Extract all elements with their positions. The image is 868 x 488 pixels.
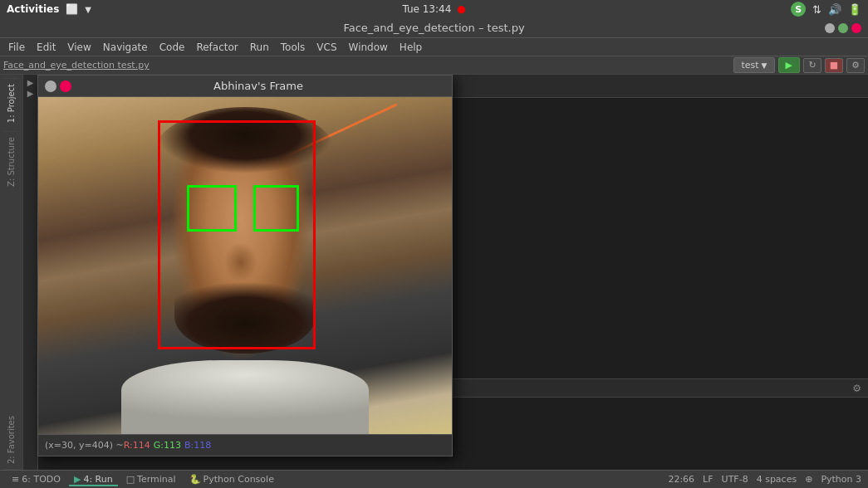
menu-view[interactable]: View — [62, 40, 96, 55]
terminal-label: Terminal — [137, 474, 176, 485]
activities-label[interactable]: Activities — [7, 3, 59, 15]
system-bar: Activities ⬜ ▼ Tue 13:44 ● S ⇅ 🔊 🔋 — [0, 0, 868, 18]
menu-window[interactable]: Window — [344, 40, 393, 55]
project-tree-strip: ▶ ▶ — [23, 75, 38, 470]
breadcrumb-toolbar: Face_and_eye_detection test.py test ▼ ▶ … — [0, 56, 868, 75]
run-tab-icon: ▶ — [74, 474, 81, 485]
time-label: Tue 13:44 — [402, 3, 451, 15]
menu-bar: File Edit View Navigate Code Refactor Ru… — [0, 38, 868, 56]
run-toolbar: test ▼ ▶ ↻ ■ ⚙ — [733, 57, 865, 73]
frame-content — [38, 97, 452, 434]
g-value: 113 — [164, 440, 181, 451]
python-icon: 🐍 — [189, 474, 201, 485]
folder-icon[interactable]: ▶ — [27, 89, 34, 98]
face-photo — [38, 97, 452, 434]
b-label: B: — [184, 440, 194, 451]
python-console-label: Python Console — [204, 474, 274, 485]
frame-status: (x=30, y=404) ~ R: 114 G: 113 B: 118 — [38, 434, 452, 456]
todo-tab[interactable]: ≡ 6: TODO — [7, 474, 66, 485]
r-label: R: — [124, 440, 133, 451]
run-config-label: test — [741, 60, 758, 71]
battery-icon[interactable]: 🔋 — [848, 3, 861, 16]
system-bar-center: Tue 13:44 ● — [402, 3, 465, 15]
volume-icon[interactable]: 🔊 — [828, 3, 841, 16]
g-label: G: — [154, 440, 164, 451]
wifi-icon[interactable]: ⇅ — [812, 3, 821, 16]
nose-hint — [224, 242, 257, 283]
menu-help[interactable]: Help — [395, 40, 427, 55]
menu-code[interactable]: Code — [154, 40, 190, 55]
ide-title: Face_and_eye_detection – test.py — [343, 22, 524, 34]
user-icon: S — [791, 2, 806, 17]
lf-label: LF — [703, 474, 713, 485]
project-panel-label[interactable]: 1: Project — [3, 78, 19, 128]
menu-navigate[interactable]: Navigate — [98, 40, 153, 55]
run-config-btn[interactable]: test ▼ — [733, 57, 774, 73]
breadcrumb: Face_and_eye_detection test.py — [3, 60, 150, 71]
coord-label: (x=30, y=404) ~ — [45, 440, 124, 451]
indent-label: 4 spaces — [757, 474, 797, 485]
close-btn[interactable] — [851, 23, 861, 33]
recording-dot: ● — [457, 3, 465, 15]
python-console-tab[interactable]: 🐍 Python Console — [184, 474, 279, 485]
run-tab-label: 4: Run — [83, 474, 112, 485]
frame-close-btn[interactable] — [60, 81, 71, 92]
settings-button[interactable]: ⚙ — [846, 58, 865, 73]
frame-window-titlebar: Abhinav's Frame — [38, 76, 452, 97]
terminal-icon: □ — [126, 474, 135, 485]
frame-window-title: Abhinav's Frame — [71, 80, 445, 92]
run-settings-btn[interactable]: ⚙ — [852, 383, 861, 394]
dropdown-chevron[interactable]: ▼ — [762, 61, 767, 70]
right-eye-detection-rect — [253, 185, 299, 232]
window-icon[interactable]: ⬜ — [66, 3, 78, 15]
menu-vcs[interactable]: VCS — [311, 40, 341, 55]
minimize-btn[interactable] — [825, 23, 835, 33]
todo-icon: ≡ — [12, 474, 19, 485]
rerun-button[interactable]: ↻ — [803, 58, 821, 73]
stop-button[interactable]: ■ — [825, 58, 843, 73]
frame-minimize-btn[interactable] — [45, 81, 56, 92]
run-button[interactable]: ▶ — [778, 57, 800, 73]
title-bar: Face_and_eye_detection – test.py — [0, 18, 868, 38]
frame-window: Abhinav's Frame — [37, 75, 453, 456]
todo-label: 6: TODO — [22, 474, 61, 485]
structure-panel-label[interactable]: Z: Structure — [3, 131, 19, 192]
menu-edit[interactable]: Edit — [32, 40, 61, 55]
system-bar-right: S ⇅ 🔊 🔋 — [791, 2, 861, 17]
git-icon[interactable]: ⊕ — [805, 474, 812, 485]
collapse-icon[interactable]: ▶ — [27, 78, 34, 87]
ide-wrapper: Face_and_eye_detection – test.py File Ed… — [0, 18, 868, 488]
system-bar-left: Activities ⬜ ▼ — [7, 3, 91, 15]
dropdown-icon[interactable]: ▼ — [85, 5, 91, 14]
menu-tools[interactable]: Tools — [276, 40, 311, 55]
ide-content: 1: Project Z: Structure 2: Favorites ▶ ▶… — [0, 75, 868, 470]
shirt — [121, 360, 370, 434]
left-panel: 1: Project Z: Structure 2: Favorites — [0, 75, 23, 470]
menu-refactor[interactable]: Refactor — [191, 40, 243, 55]
bottom-bar-right: 22:66 LF UTF-8 4 spaces ⊕ Python 3 — [668, 474, 861, 485]
run-tab[interactable]: ▶ 4: Run — [69, 474, 118, 486]
python-version[interactable]: Python 3 — [821, 474, 861, 485]
favorites-panel-label[interactable]: 2: Favorites — [3, 411, 19, 470]
menu-run[interactable]: Run — [245, 40, 274, 55]
maximize-btn[interactable] — [838, 23, 848, 33]
run-icon: ▶ — [786, 60, 792, 71]
left-eye-detection-rect — [187, 185, 237, 232]
encoding-label: UTF-8 — [722, 474, 748, 485]
title-bar-controls — [825, 23, 861, 33]
frame-window-controls — [45, 81, 71, 92]
b-value: 118 — [194, 440, 211, 451]
line-col: 22:66 — [668, 474, 694, 485]
bottom-bar: ≡ 6: TODO ▶ 4: Run □ Terminal 🐍 Python C… — [0, 470, 868, 488]
face-detection-rect — [158, 120, 315, 349]
menu-file[interactable]: File — [3, 40, 30, 55]
terminal-tab[interactable]: □ Terminal — [121, 474, 181, 485]
r-value: 114 — [133, 440, 150, 451]
